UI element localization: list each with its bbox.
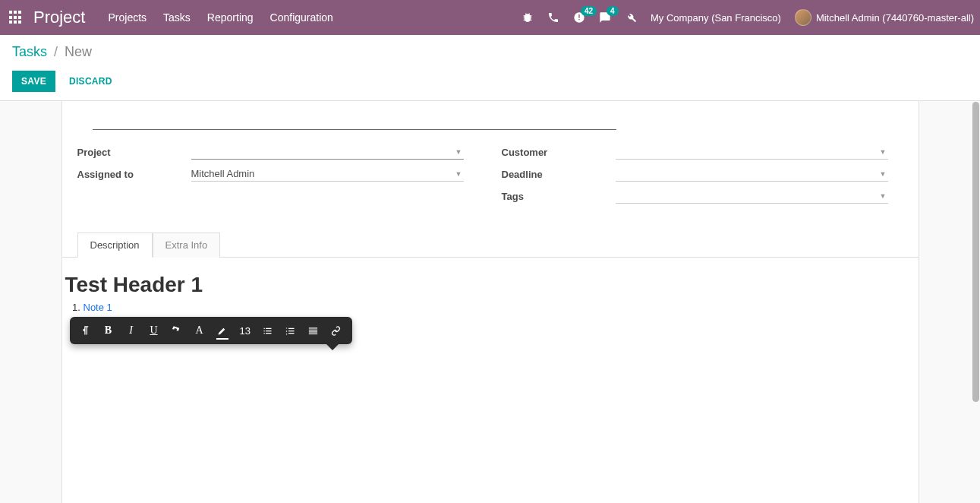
description-editor[interactable]: Test Header 1 Note 1 B I U A 13 (62, 258, 919, 313)
chevron-down-icon: ▼ (880, 192, 887, 200)
apps-menu-icon[interactable] (9, 11, 23, 24)
editor-heading[interactable]: Test Header 1 (65, 273, 919, 297)
bug-icon[interactable] (522, 11, 534, 24)
bold-icon[interactable]: B (97, 317, 120, 344)
breadcrumb: Tasks / New (12, 44, 968, 60)
company-switcher[interactable]: My Company (San Francisco) (651, 12, 781, 24)
label-assigned-to: Assigned to (77, 169, 191, 180)
list-item[interactable]: Note 1 (84, 302, 919, 313)
phone-icon[interactable] (547, 11, 559, 24)
chevron-down-icon: ▼ (880, 148, 887, 156)
user-menu[interactable]: Mitchell Admin (7440760-master-all) (795, 9, 974, 26)
breadcrumb-tasks[interactable]: Tasks (12, 44, 47, 59)
field-customer[interactable]: ▼ (616, 144, 888, 160)
chevron-down-icon: ▼ (880, 170, 887, 178)
font-color-icon[interactable]: A (188, 317, 211, 344)
chevron-down-icon: ▼ (455, 170, 462, 178)
task-title-input[interactable] (93, 107, 616, 130)
font-size-selector[interactable]: 13 (234, 325, 257, 337)
breadcrumb-sep: / (54, 44, 58, 59)
save-button[interactable]: SAVE (12, 71, 55, 92)
avatar-icon (795, 9, 811, 26)
form-sheet: Project ▼ Assigned to Mitchell Admin ▼ (61, 101, 919, 503)
chevron-down-icon: ▼ (455, 148, 462, 156)
field-deadline[interactable]: ▼ (616, 166, 888, 182)
activity-icon[interactable]: 42 (573, 11, 585, 24)
messages-badge: 4 (607, 6, 619, 16)
field-project[interactable]: ▼ (191, 144, 464, 160)
field-tags[interactable]: ▼ (616, 188, 888, 204)
field-assigned-to[interactable]: Mitchell Admin ▼ (191, 166, 464, 182)
breadcrumb-current: New (65, 44, 92, 59)
tab-extra-info[interactable]: Extra Info (153, 233, 221, 258)
menu-configuration[interactable]: Configuration (270, 11, 333, 24)
underline-icon[interactable]: U (143, 317, 165, 344)
control-bar: Tasks / New SAVE DISCARD (0, 35, 980, 101)
editor-link[interactable]: Note 1 (84, 302, 112, 313)
bullet-list-icon[interactable] (257, 317, 279, 344)
tools-icon[interactable] (625, 11, 637, 24)
field-assigned-to-value: Mitchell Admin (191, 168, 255, 179)
messages-icon[interactable]: 4 (599, 11, 611, 24)
menu-tasks[interactable]: Tasks (163, 11, 191, 24)
vertical-scrollbar[interactable] (969, 35, 980, 503)
activity-badge: 42 (581, 6, 597, 16)
clear-format-icon[interactable] (165, 317, 188, 344)
discard-button[interactable]: DISCARD (65, 75, 117, 87)
italic-icon[interactable]: I (120, 317, 143, 344)
toolbar-pointer-icon (326, 344, 339, 350)
menu-projects[interactable]: Projects (108, 11, 147, 24)
highlight-color-icon[interactable] (211, 317, 234, 344)
link-icon[interactable] (325, 317, 348, 344)
label-project: Project (77, 147, 191, 158)
main-menu: Projects Tasks Reporting Configuration (108, 11, 332, 24)
label-deadline: Deadline (502, 169, 616, 180)
tab-description[interactable]: Description (77, 233, 153, 258)
editor-toolbar: B I U A 13 (70, 317, 352, 344)
app-brand[interactable]: Project (33, 8, 85, 27)
paragraph-style-icon[interactable] (74, 317, 97, 344)
label-tags: Tags (502, 191, 616, 202)
align-icon[interactable] (302, 317, 325, 344)
user-name: Mitchell Admin (7440760-master-all) (816, 12, 974, 24)
menu-reporting[interactable]: Reporting (207, 11, 254, 24)
ordered-list-icon[interactable] (279, 317, 302, 344)
main-navbar: Project Projects Tasks Reporting Configu… (0, 0, 980, 35)
label-customer: Customer (502, 147, 616, 158)
